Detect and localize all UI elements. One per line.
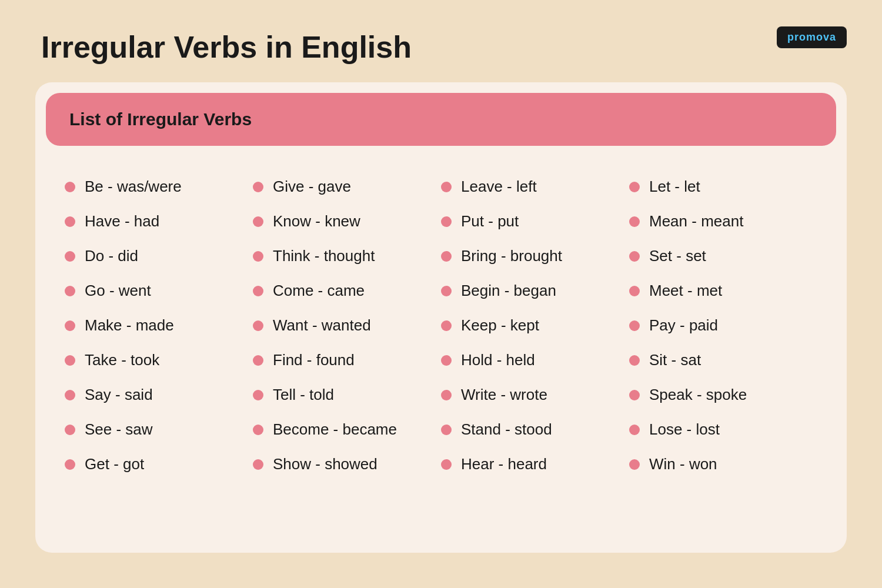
list-item: Give - gave [253,169,441,204]
verb-text: Think - thought [273,247,375,265]
verb-text: Become - became [273,420,397,439]
verb-text: Know - knew [273,212,360,230]
list-item: Begin - began [441,273,629,308]
bullet-icon [629,251,640,262]
list-item: Think - thought [253,239,441,273]
list-item: Leave - left [441,169,629,204]
page-title: Irregular Verbs in English [41,29,412,65]
verb-text: Have - had [85,212,159,230]
verb-text: Stand - stood [461,420,552,439]
list-item: Hear - heard [441,447,629,482]
list-item: Set - set [629,239,817,273]
bullet-icon [253,425,263,435]
list-item: Meet - met [629,273,817,308]
bullet-icon [629,355,640,366]
list-item: Win - won [629,447,817,482]
list-item: Mean - meant [629,204,817,239]
verb-text: Hold - held [461,351,535,369]
bullet-icon [253,459,263,470]
bullet-icon [65,425,75,435]
list-item: Show - showed [253,447,441,482]
list-item: Speak - spoke [629,377,817,412]
bullet-icon [629,182,640,192]
verb-text: Set - set [649,247,706,265]
bullet-icon [65,320,75,331]
verbs-grid: Be - was/wereHave - hadDo - didGo - went… [35,146,847,499]
list-item: Want - wanted [253,308,441,343]
verb-text: Bring - brought [461,247,562,265]
verb-column-3: Leave - leftPut - putBring - broughtBegi… [441,169,629,482]
list-item: Hold - held [441,343,629,377]
list-item: Get - got [65,447,253,482]
verb-text: Show - showed [273,455,377,473]
verb-text: Keep - kept [461,316,539,335]
list-item: Bring - brought [441,239,629,273]
list-item: Write - wrote [441,377,629,412]
list-item: Sit - sat [629,343,817,377]
bullet-icon [65,390,75,400]
verb-column-1: Be - was/wereHave - hadDo - didGo - went… [65,169,253,482]
verb-text: Put - put [461,212,519,230]
bullet-icon [441,390,452,400]
verb-column-4: Let - letMean - meantSet - setMeet - met… [629,169,817,482]
bullet-icon [441,320,452,331]
verb-text: Speak - spoke [649,386,747,404]
verb-text: Hear - heard [461,455,547,473]
verb-text: Write - wrote [461,386,547,404]
list-item: Let - let [629,169,817,204]
bullet-icon [65,286,75,296]
list-item: Take - took [65,343,253,377]
bullet-icon [441,182,452,192]
bullet-icon [629,216,640,227]
bullet-icon [629,390,640,400]
verb-text: Tell - told [273,386,334,404]
verb-text: Meet - met [649,282,722,300]
verb-text: Begin - began [461,282,556,300]
list-item: Make - made [65,308,253,343]
verb-text: Take - took [85,351,159,369]
badge-text: promova [787,31,836,43]
verb-text: Want - wanted [273,316,371,335]
bullet-icon [65,459,75,470]
bullet-icon [441,251,452,262]
list-item: Tell - told [253,377,441,412]
bullet-icon [65,355,75,366]
card-header: List of Irregular Verbs [46,93,836,146]
list-item: Stand - stood [441,412,629,447]
list-item: Keep - kept [441,308,629,343]
list-item: Say - said [65,377,253,412]
verb-text: Win - won [649,455,717,473]
bullet-icon [629,459,640,470]
promova-badge: promova [777,26,847,48]
verb-text: Make - made [85,316,174,335]
bullet-icon [253,286,263,296]
list-item: Go - went [65,273,253,308]
bullet-icon [253,320,263,331]
main-card: List of Irregular Verbs Be - was/wereHav… [35,82,847,553]
bullet-icon [65,251,75,262]
bullet-icon [441,216,452,227]
list-item: Find - found [253,343,441,377]
verb-text: Say - said [85,386,153,404]
verb-text: Give - gave [273,178,351,196]
verb-text: See - saw [85,420,153,439]
bullet-icon [441,459,452,470]
verb-text: Find - found [273,351,355,369]
verb-text: Go - went [85,282,151,300]
verb-text: Leave - left [461,178,537,196]
bullet-icon [253,355,263,366]
verb-text: Lose - lost [649,420,720,439]
bullet-icon [65,182,75,192]
list-item: Lose - lost [629,412,817,447]
list-item: Do - did [65,239,253,273]
bullet-icon [629,320,640,331]
list-item: Be - was/were [65,169,253,204]
verb-text: Be - was/were [85,178,182,196]
bullet-icon [253,182,263,192]
verb-text: Sit - sat [649,351,701,369]
verb-text: Do - did [85,247,138,265]
list-item: See - saw [65,412,253,447]
bullet-icon [441,286,452,296]
list-item: Put - put [441,204,629,239]
verb-column-2: Give - gaveKnow - knewThink - thoughtCom… [253,169,441,482]
